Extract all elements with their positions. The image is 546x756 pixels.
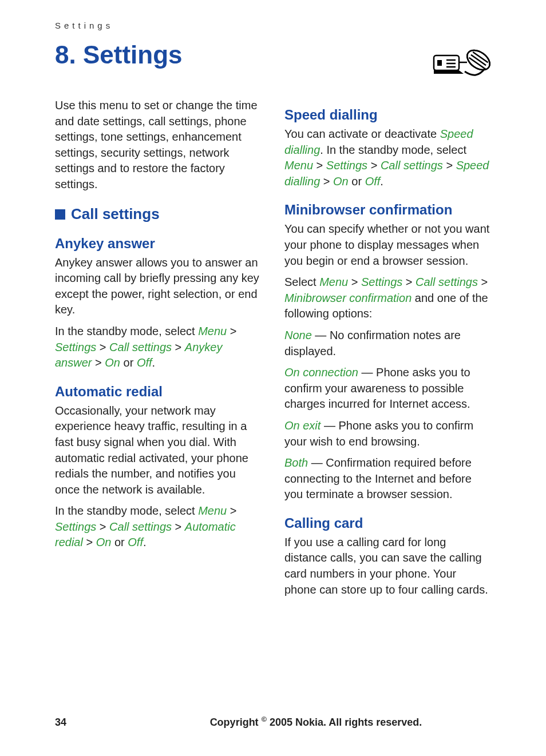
menu-term-minibrowser-confirmation: Minibrowser confirmation [284,292,412,304]
menu-term-off: Off [365,175,381,188]
manual-page: Settings 8. Settings [0,0,546,756]
dot: . [143,536,147,548]
menu-term-call-settings: Call settings [109,341,172,353]
sep: > [96,341,109,353]
sep: > [313,159,326,172]
option-on-connection: On connection — Phone asks you to confir… [284,365,491,412]
heading-calling-card: Calling card [284,515,491,531]
menu-term-settings: Settings [326,159,367,172]
copyright-symbol: © [262,715,267,723]
menu-term-off: Off [128,536,143,548]
sep: > [443,159,456,172]
menu-term-on: On [96,536,112,548]
copyright-prefix: Copyright [210,717,262,728]
page-footer: 34 Copyright © 2005 Nokia. All rights re… [55,715,491,729]
sep: > [227,504,236,517]
speeddial-path: You can activate or deactivate Speed dia… [284,126,491,189]
menu-term-both: Both [284,456,308,469]
settings-tool-icon [430,43,493,86]
menu-term-call-settings: Call settings [109,520,172,533]
heading-speed-dialling: Speed dialling [284,107,491,123]
calling-card-description: If you use a calling card for long dista… [284,535,491,598]
menu-term-settings: Settings [361,276,402,288]
sep: > [172,520,185,533]
page-number: 34 [55,717,141,729]
text: In the standby mode, select [55,325,198,337]
menu-term-menu: Menu [284,159,313,172]
autoredial-description: Occasionally, your network may experienc… [55,403,262,498]
body-columns: Use this menu to set or change the time … [55,94,491,603]
dot: . [152,356,156,369]
section-call-settings: Call settings [55,205,262,223]
text-or: or [111,536,128,548]
copyright-line: Copyright © 2005 Nokia. All rights reser… [141,715,491,729]
menu-term-menu: Menu [319,276,348,288]
autoredial-path: In the standby mode, select Menu > Setti… [55,503,262,551]
menu-term-on-connection: On connection [284,366,358,379]
text-or: or [120,356,137,369]
dot: . [380,175,383,188]
anykey-path: In the standby mode, select Menu > Setti… [55,324,262,371]
minibrowser-path: Select Menu > Settings > Call settings >… [284,274,491,322]
option-none: None — No confirmation notes are display… [284,328,491,359]
intro-paragraph: Use this menu to set or change the time … [55,98,262,193]
menu-term-menu: Menu [198,325,227,337]
menu-term-on-exit: On exit [284,419,321,432]
menu-term-menu: Menu [198,504,227,517]
menu-term-call-settings: Call settings [416,276,478,288]
sep: > [227,325,236,337]
copyright-suffix: 2005 Nokia. All rights reserved. [267,717,422,728]
option-desc: — Confirmation required before connectin… [284,456,472,500]
text-or: or [349,175,365,188]
anykey-description: Anykey answer allows you to answer an in… [55,255,262,318]
menu-term-settings: Settings [55,341,96,353]
sep: > [172,341,185,353]
sep: > [96,520,109,533]
sep: > [348,276,361,288]
chapter-title: 8. Settings [55,41,183,69]
menu-term-on: On [333,175,349,188]
menu-term-settings: Settings [55,520,96,533]
sep: > [367,159,381,172]
option-on-exit: On exit — Phone asks you to confirm your… [284,418,491,449]
heading-automatic-redial: Automatic redial [55,384,262,400]
menu-term-call-settings: Call settings [381,159,443,172]
minibrowser-description: You can specify whether or not you want … [284,221,491,269]
sep: > [92,356,105,369]
chapter-header-row: 8. Settings [55,41,491,94]
text: . In the standby mode, select [320,144,466,156]
menu-term-on: On [105,356,120,369]
sep: > [83,536,96,548]
option-both: Both — Confirmation required before conn… [284,455,491,503]
sep: > [478,276,488,288]
text: Select [284,276,319,288]
menu-term-off: Off [137,356,152,369]
menu-term-none: None [284,329,312,341]
heading-minibrowser-confirmation: Minibrowser confirmation [284,202,491,218]
heading-anykey-answer: Anykey answer [55,236,262,252]
sep: > [320,175,333,188]
text: You can activate or deactivate [284,128,440,140]
svg-rect-1 [437,60,442,66]
text: In the standby mode, select [55,504,198,517]
running-header: Settings [55,21,491,30]
sep: > [402,276,416,288]
